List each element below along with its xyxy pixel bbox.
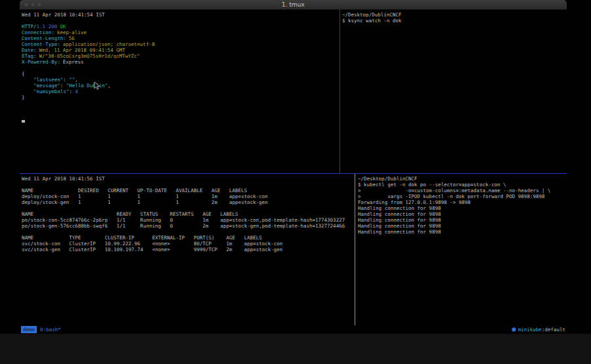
kubernetes-icon — [512, 327, 516, 332]
terminal-line: deploy/stock-gen 1 1 1 1 2m app=stock-ge… — [22, 199, 355, 205]
traffic-light-minimize[interactable] — [31, 3, 35, 7]
terminal-line: > -o=custom-columns=:metadata.name --no-… — [358, 188, 567, 193]
terminal-line — [22, 229, 355, 235]
header-name: ETag: — [22, 53, 37, 59]
window-titlebar[interactable]: 1. tmux — [20, 0, 567, 10]
header-name: Connection: — [22, 30, 55, 35]
desktop-background — [0, 334, 591, 364]
header-name: X-Powered-By: — [22, 59, 60, 65]
terminal-line: ~/Desktop/DublinCNCF — [358, 176, 567, 182]
terminal-line: Handling connection for 9898 — [358, 211, 567, 217]
json-value: "" — [69, 77, 75, 83]
traffic-lights — [24, 3, 41, 7]
kube-context-text: minikube:default — [518, 325, 565, 334]
json-key: "numsymbols" — [22, 89, 69, 94]
terminal-window: 1. tmux Wed 11 Apr 2018 10:41:54 IST HTT… — [20, 0, 567, 334]
http-status-line: HTTP/1.1 200OK — [22, 24, 339, 30]
terminal-line: ~/Desktop/DublinCNCF — [342, 12, 567, 18]
json-separator: : — [69, 89, 75, 94]
blank-line — [22, 65, 339, 71]
terminal-line: Handling connection for 9898 — [358, 205, 567, 211]
header-value: application/json; charset=utf-8 — [63, 41, 155, 47]
traffic-light-zoom[interactable] — [37, 3, 41, 7]
terminal-line: Handling connection for 9898 — [358, 217, 567, 223]
status-bar-left: demo 0:bash* — [21, 325, 61, 334]
http-header-line: Content-Type:application/json; charset=u… — [22, 41, 339, 47]
http-header-line: Date:Wed, 11 Apr 2018 09:41:54 GMT — [22, 47, 339, 53]
http-protocol: HTTP/ — [22, 24, 37, 30]
http-reason: OK — [60, 24, 66, 30]
http-header-line: X-Powered-By:Express — [22, 59, 339, 65]
timestamp-line: Wed 11 Apr 2018 10:41:54 IST — [22, 12, 339, 18]
terminal-line: deploy/stock-con 1 1 1 1 1m app=stock-co… — [22, 193, 355, 199]
http-status-code: 1.1 200 — [37, 24, 58, 30]
pane-kubectl-resources[interactable]: Wed 11 Apr 2018 10:41:56 ISTNAME DESIRED… — [20, 174, 355, 325]
terminal-line: Forwarding from 127.0.0.1:9898 -> 9898 — [358, 199, 567, 205]
http-header-line: ETag:W/"38-05coCsrg3mQ75sHr1d/qcMTwYZc" — [22, 53, 339, 59]
tmux-terminal: Wed 11 Apr 2018 10:41:54 IST HTTP/1.1 20… — [20, 10, 567, 325]
terminal-line: Wed 11 Apr 2018 10:41:56 IST — [22, 176, 355, 182]
terminal-line: NAME TYPE CLUSTER-IP EXTERNAL-IP PORT(S)… — [22, 235, 355, 241]
prompt-line — [22, 118, 339, 124]
tmux-status-bar: demo 0:bash* minikube:default — [20, 325, 567, 334]
terminal-line: $ kubectl get -n dok po --selector=app=s… — [358, 182, 567, 188]
terminal-line: po/stock-con-5cc874766c-2p6rp 1/1 Runnin… — [22, 217, 355, 223]
window-title: 1. tmux — [282, 0, 305, 10]
traffic-light-close[interactable] — [24, 3, 28, 7]
pane-border-horizontal[interactable] — [20, 173, 567, 174]
blank-line — [22, 100, 339, 106]
header-value: Express — [63, 59, 84, 65]
json-line: "message": "Hello Dublin", — [22, 83, 339, 89]
terminal-line — [22, 182, 355, 188]
pane-port-forward[interactable]: ~/Desktop/DublinCNCF$ kubectl get -n dok… — [356, 174, 567, 325]
terminal-line: Handling connection for 9898 — [358, 229, 567, 235]
header-value: 56 — [69, 35, 75, 41]
json-line: "numsymbols": 4 — [22, 89, 339, 94]
blank-line — [22, 112, 339, 118]
header-value: Wed, 11 Apr 2018 09:41:54 GMT — [39, 47, 125, 53]
pane-border-vertical-top[interactable] — [339, 10, 340, 173]
terminal-line: Handling connection for 9898 — [358, 223, 567, 229]
terminal-line: svc/stock-gen ClusterIP 10.109.197.74 <n… — [22, 247, 355, 253]
kube-context-name: minikube — [518, 327, 542, 333]
blank-line — [22, 18, 339, 24]
terminal-line: > xargs -IPOD kubectl -n dok port-forwar… — [358, 193, 567, 199]
terminal-line: $ ksync watch -n dok — [342, 18, 567, 24]
terminal-line: NAME READY STATUS RESTARTS AGE LABELS — [22, 211, 355, 217]
json-separator: : — [63, 77, 69, 83]
kube-namespace: :default — [542, 327, 565, 333]
header-value: W/"38-05coCsrg3mQ75sHr1d/qcMTwYZc" — [39, 53, 141, 59]
json-line: "lastseen": "", — [22, 77, 339, 83]
json-value: 4 — [75, 89, 78, 94]
window-name-item[interactable]: 0:bash* — [40, 325, 61, 334]
http-header-line: Connection:keep-alive — [22, 30, 339, 35]
json-key: "message" — [22, 83, 60, 89]
header-name: Date: — [22, 47, 37, 53]
session-name-badge[interactable]: demo — [21, 326, 37, 333]
terminal-line — [22, 205, 355, 211]
json-value: "Hello Dublin" — [66, 83, 108, 89]
http-header-line: Content-Length:56 — [22, 35, 339, 41]
terminal-line: svc/stock-con ClusterIP 10.99.222.96 <no… — [22, 241, 355, 247]
header-value: keep-alive — [57, 30, 87, 35]
blank-line — [22, 106, 339, 112]
terminal-line: po/stock-gen-576cc688bb-swqf6 1/1 Runnin… — [22, 223, 355, 229]
json-separator: : — [60, 83, 66, 89]
terminal-cursor — [22, 120, 25, 123]
mouse-cursor-icon — [94, 81, 100, 91]
kube-context-indicator: minikube:default — [512, 325, 565, 334]
json-open-brace: { — [22, 71, 339, 77]
terminal-line: NAME DESIRED CURRENT UP-TO-DATE AVAILABL… — [22, 188, 355, 193]
json-comma: , — [108, 83, 111, 89]
json-key: "lastseen" — [22, 77, 63, 83]
json-close-brace: } — [22, 94, 339, 100]
json-comma: , — [75, 77, 78, 83]
header-name: Content-Length: — [22, 35, 66, 41]
pane-http-response[interactable]: Wed 11 Apr 2018 10:41:54 IST HTTP/1.1 20… — [20, 10, 339, 173]
header-name: Content-Type: — [22, 41, 60, 47]
pane-border-vertical-bottom[interactable] — [355, 174, 355, 325]
pane-ksync-watch[interactable]: ~/Desktop/DublinCNCF$ ksync watch -n dok — [341, 10, 567, 173]
